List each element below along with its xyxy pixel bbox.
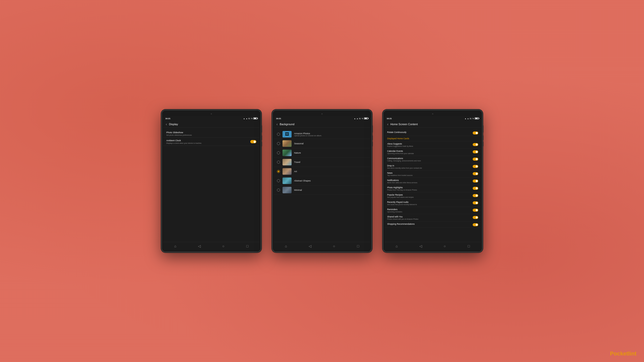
ambient-clock-toggle[interactable] [250, 140, 256, 143]
volume-down-button-3[interactable] [482, 142, 484, 147]
home-item-alexa-suggests[interactable]: Alexa Suggests Explore suggestions made … [385, 141, 481, 149]
popular-recipes-desc: See popular food videos and recipes [387, 196, 471, 198]
radio-nature[interactable] [277, 151, 280, 154]
camera-indicator [211, 113, 212, 115]
radio-art[interactable] [277, 170, 280, 173]
back-nav-icon-3[interactable]: ◁ [418, 244, 423, 249]
bg-item-abstract[interactable]: Abstract Shapes [274, 176, 370, 186]
reminders-title: Reminders [387, 208, 471, 211]
square-nav-icon-3[interactable]: □ [466, 244, 471, 249]
home-nav-icon-2[interactable]: ⌂ [284, 244, 289, 249]
recently-played-text: Recently Played Audio See audio that you… [387, 201, 471, 205]
circle-nav-icon[interactable]: ○ [221, 244, 226, 249]
status-icons: ▲ ▲ 81% [243, 117, 257, 119]
bg-label-abstract: Abstract Shapes [294, 179, 311, 182]
volume-down-button[interactable] [261, 142, 262, 147]
volume-up-button-3[interactable] [482, 135, 484, 140]
home-item-popular-recipes[interactable]: Popular Recipes See popular food videos … [385, 192, 481, 200]
bottom-nav-2: ⌂ ◁ ○ □ [274, 242, 370, 250]
thumb-minimal [283, 187, 292, 193]
setting-item-photo-slideshow[interactable]: Photo Slideshow Set photo slideshow pref… [163, 130, 259, 138]
volume-up-button-2[interactable] [372, 135, 373, 140]
status-bar: 16:21 ▲ ▲ 81% [163, 116, 259, 121]
circle-nav-icon-3[interactable]: ○ [442, 244, 447, 249]
alexa-suggests-title: Alexa Suggests [387, 143, 471, 145]
screen-nav-3: ‹ Home Screen Content [385, 121, 481, 128]
radio-seasonal[interactable] [277, 142, 280, 145]
home-item-photo-highlights[interactable]: Photo Highlights Photos from This Day on… [385, 185, 481, 192]
shared-with-you-toggle[interactable] [473, 216, 478, 219]
square-nav-icon-2[interactable]: □ [355, 244, 360, 249]
power-button[interactable] [261, 125, 262, 133]
reminders-toggle[interactable] [473, 209, 478, 212]
tablet-screen-background: 16:21 ▲ ▲ 81% ‹ Background 🖼 Amazon Phot… [274, 116, 370, 250]
back-nav-icon-2[interactable]: ◁ [307, 244, 312, 249]
home-item-notifications[interactable]: Notifications Alerts from skills and oth… [385, 178, 481, 185]
back-button[interactable]: ‹ [166, 122, 167, 126]
back-nav-icon[interactable]: ◁ [197, 244, 202, 249]
power-button-3[interactable] [482, 125, 484, 133]
communications-desc: Calling, messaging, announcements and mo… [387, 160, 471, 162]
volume-down-button-2[interactable] [372, 142, 373, 147]
home-item-news[interactable]: News Top headlines from trusted sources [385, 170, 481, 178]
rotate-text: Rotate Continuously [387, 131, 471, 134]
bg-item-travel[interactable]: Travel [274, 158, 370, 167]
home-nav-icon-3[interactable]: ⌂ [394, 244, 399, 249]
news-title: News [387, 172, 471, 174]
shopping-recs-toggle[interactable] [473, 223, 478, 226]
bg-label-nature: Nature [294, 152, 301, 154]
radio-travel[interactable] [277, 161, 280, 164]
home-item-reminders[interactable]: Reminders Upcoming reminders [385, 207, 481, 214]
status-bar-2: 16:21 ▲ ▲ 81% [274, 116, 370, 121]
home-item-calendar-events[interactable]: Calendar Events Upcoming events from you… [385, 149, 481, 156]
drop-in-text: Drop In See who's recently active from y… [387, 164, 471, 169]
bg-item-seasonal[interactable]: Seasonal [274, 139, 370, 148]
home-item-communications[interactable]: Communications Calling, messaging, annou… [385, 156, 481, 163]
home-item-shopping-recs[interactable]: Shopping Recommendations [385, 221, 481, 228]
back-button-3[interactable]: ‹ [387, 122, 388, 126]
home-item-recently-played[interactable]: Recently Played Audio See audio that you… [385, 200, 481, 207]
news-text: News Top headlines from trusted sources [387, 172, 471, 176]
circle-nav-icon-2[interactable]: ○ [332, 244, 337, 249]
alexa-suggests-desc: Explore suggestions made by Alexa [387, 145, 471, 147]
displayed-home-cards-header: Displayed Home Cards [385, 136, 481, 141]
radio-minimal[interactable] [277, 189, 280, 192]
thumb-abstract [283, 177, 292, 184]
photo-highlights-toggle[interactable] [473, 187, 478, 190]
radio-photos[interactable] [277, 133, 280, 136]
camera-indicator-3 [432, 113, 433, 115]
rotate-toggle[interactable] [473, 131, 478, 134]
notifications-toggle[interactable] [473, 179, 478, 183]
bg-item-photos[interactable]: 🖼 Amazon Photos Upload photos or choose … [274, 130, 370, 139]
bg-item-nature[interactable]: Nature [274, 148, 370, 158]
bottom-nav-3: ⌂ ◁ ○ □ [385, 242, 481, 250]
news-toggle[interactable] [473, 172, 478, 175]
popular-recipes-toggle[interactable] [473, 194, 478, 197]
status-time-3: 16:21 [387, 117, 392, 120]
calendar-events-toggle[interactable] [473, 150, 478, 153]
back-button-2[interactable]: ‹ [276, 122, 278, 126]
status-icons-2: ▲ ▲ 81% [354, 117, 368, 119]
radio-abstract[interactable] [277, 179, 280, 182]
drop-in-title: Drop In [387, 164, 471, 167]
setting-row-ambient-clock[interactable]: Ambient Clock Displays a clock when your… [163, 138, 259, 146]
volume-up-button[interactable] [261, 135, 262, 140]
home-item-drop-in[interactable]: Drop In See who's recently active from y… [385, 163, 481, 170]
communications-toggle[interactable] [473, 158, 478, 161]
notifications-title: Notifications [387, 179, 471, 182]
home-item-shared-with-you[interactable]: Shared with You Photos shared with you o… [385, 214, 481, 221]
bg-label-seasonal: Seasonal [294, 142, 304, 145]
tablet-screen-display: 16:21 ▲ ▲ 81% ‹ Display Photo Slideshow … [163, 116, 259, 250]
home-nav-icon[interactable]: ⌂ [173, 244, 178, 249]
square-nav-icon[interactable]: □ [245, 244, 250, 249]
bg-item-minimal[interactable]: Minimal [274, 186, 370, 195]
signal-icon-2: ▲ [356, 118, 358, 119]
screen-title: Display [169, 123, 178, 126]
recently-played-toggle[interactable] [473, 201, 478, 204]
drop-in-toggle[interactable] [473, 165, 478, 168]
power-button-2[interactable] [372, 125, 373, 133]
bg-item-art[interactable]: Art [274, 167, 370, 176]
alexa-suggests-toggle[interactable] [473, 143, 478, 146]
rotate-continuously-row[interactable]: Rotate Continuously [385, 130, 481, 136]
wifi-icon: ▲ [243, 118, 245, 119]
